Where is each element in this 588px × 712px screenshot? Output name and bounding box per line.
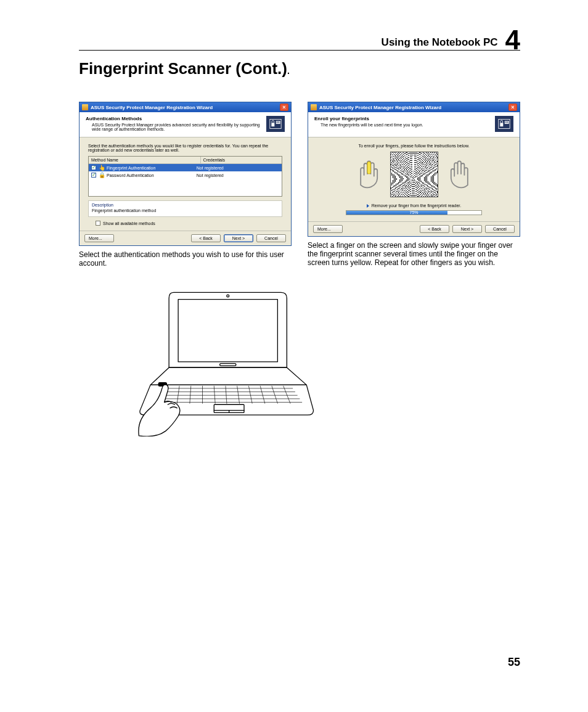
fingerprint-image <box>390 152 438 197</box>
svg-rect-14 <box>507 121 508 122</box>
methods-list[interactable]: Method Name Credentials ✓ 👆 Fingerprint … <box>88 156 282 197</box>
caption-a: Select the authentication methods you wi… <box>79 251 292 268</box>
caption-b: Select a finger on the screen and slowly… <box>308 242 520 267</box>
next-button[interactable]: Next > <box>224 234 253 242</box>
next-button[interactable]: Next > <box>452 225 482 233</box>
svg-rect-21 <box>220 363 236 366</box>
more-button[interactable]: More... <box>84 234 114 242</box>
col-method-name: Method Name <box>89 157 201 163</box>
auth-methods-dialog: ASUS Security Protect Manager Registrati… <box>79 102 292 246</box>
description-text: Fingerprint authentication method <box>92 208 279 213</box>
titlebar: ASUS Security Protect Manager Registrati… <box>308 102 520 112</box>
chapter-number: 4 <box>505 28 520 51</box>
checkbox-icon[interactable]: ✓ <box>91 165 96 170</box>
header-desc: The new fingerprints will be used next t… <box>314 123 495 127</box>
back-button[interactable]: < Back <box>191 234 221 242</box>
header-desc: ASUS Security Protect Manager provides a… <box>86 123 266 131</box>
svg-rect-1 <box>271 123 274 126</box>
lock-icon: 🔒 <box>99 172 105 178</box>
svg-rect-15 <box>505 123 506 123</box>
svg-rect-13 <box>506 121 507 122</box>
remove-finger-msg: Remove your finger from the fingerprint … <box>317 203 511 208</box>
security-icon <box>266 116 285 132</box>
description-label: Description <box>92 203 279 207</box>
back-button[interactable]: < Back <box>420 225 449 233</box>
svg-rect-16 <box>506 123 507 123</box>
close-icon[interactable]: × <box>280 104 288 111</box>
security-icon <box>495 116 513 132</box>
svg-rect-6 <box>277 123 277 123</box>
svg-rect-3 <box>277 121 277 122</box>
titlebar: ASUS Security Protect Manager Registrati… <box>80 102 291 112</box>
svg-rect-17 <box>507 123 508 123</box>
right-hand-icon[interactable] <box>444 157 472 192</box>
page-number: 55 <box>508 656 520 669</box>
fingerprint-icon: 👆 <box>99 165 105 171</box>
svg-rect-8 <box>279 123 279 123</box>
arrow-icon <box>367 204 369 208</box>
svg-point-20 <box>227 295 229 297</box>
method-row-password[interactable]: ✓ 🔒 Password Authentication Not register… <box>89 171 282 179</box>
col-credentials: Credentials <box>201 157 282 163</box>
svg-rect-19 <box>178 299 277 361</box>
enroll-progress: 75% <box>346 210 482 215</box>
more-button[interactable]: More... <box>313 225 343 233</box>
svg-rect-7 <box>277 123 278 123</box>
svg-rect-12 <box>505 121 506 122</box>
checkbox-icon[interactable]: ✓ <box>91 173 96 178</box>
header-title: Enroll your fingerprints <box>314 116 495 121</box>
method-row-fingerprint[interactable]: ✓ 👆 Fingerprint Authentication Not regis… <box>89 164 282 171</box>
header-title: Authentication Methods <box>86 116 266 121</box>
enroll-instruction: To enroll your fingers, please follow th… <box>317 144 511 148</box>
app-icon <box>82 104 88 110</box>
svg-rect-5 <box>279 121 279 122</box>
cancel-button[interactable]: Cancel <box>485 225 515 233</box>
app-icon <box>311 104 317 110</box>
intro-text: Select the authentication methods you wo… <box>88 144 282 152</box>
enroll-fingerprint-dialog: ASUS Security Protect Manager Registrati… <box>308 102 520 237</box>
header-section: Using the Notebook PC <box>382 36 498 49</box>
laptop-illustration <box>133 287 318 440</box>
svg-rect-4 <box>277 121 278 122</box>
window-title: ASUS Security Protect Manager Registrati… <box>319 105 508 110</box>
show-all-checkbox[interactable]: Show all available methods <box>88 221 282 226</box>
svg-rect-10 <box>500 123 503 126</box>
page-header: Using the Notebook PC 4 <box>79 25 520 51</box>
svg-rect-18 <box>367 162 370 174</box>
left-hand-icon[interactable] <box>356 157 384 192</box>
cancel-button[interactable]: Cancel <box>256 234 286 242</box>
window-title: ASUS Security Protect Manager Registrati… <box>91 105 280 110</box>
description-box: Description Fingerprint authentication m… <box>88 200 282 217</box>
close-icon[interactable]: × <box>508 104 517 111</box>
page-title: Fingerprint Scanner (Cont.). <box>79 59 520 78</box>
